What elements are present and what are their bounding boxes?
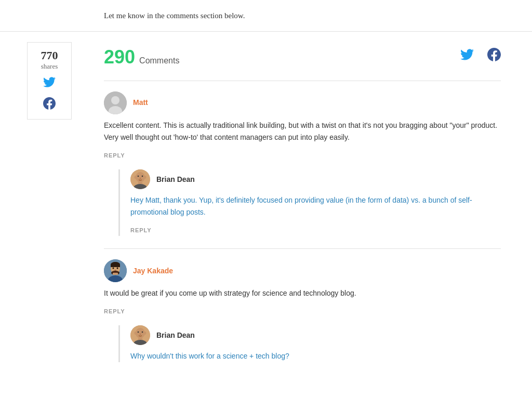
main-layout: 770 shares 290 Comments [0, 32, 532, 385]
matt-reply-link[interactable]: REPLY [104, 152, 125, 158]
comments-header: 290 Comments [104, 42, 501, 72]
comment-matt: Matt Excellent content. This is actually… [104, 91, 501, 236]
brian-reply-matt: Brian Dean Hey Matt, thank you. Yup, it'… [118, 169, 501, 236]
comments-count-block: 290 Comments [104, 42, 179, 72]
brian-dean-avatar-2 [130, 325, 150, 345]
brian-reply-jay: Brian Dean Why wouldn't this work for a … [118, 325, 501, 362]
matt-name: Matt [133, 97, 148, 108]
brian-dean-avatar-1 [130, 169, 150, 189]
svg-point-9 [138, 175, 139, 177]
brian-dean-name-1: Brian Dean [156, 174, 195, 185]
jay-name: Jay Kakade [133, 265, 173, 276]
svg-rect-24 [138, 337, 142, 340]
matt-avatar [104, 91, 127, 114]
header-divider [104, 81, 501, 81]
jay-comment-text: It would be great if you come up with st… [104, 287, 501, 299]
svg-rect-15 [111, 264, 120, 267]
share-sidebar: 770 shares [27, 42, 72, 120]
share-count-number: 770 [41, 49, 58, 62]
brian-reply-text-2: Why wouldn't this work for a science + t… [130, 350, 501, 362]
page-wrapper: Let me know in the comments section belo… [0, 0, 532, 410]
facebook-share-sidebar[interactable] [43, 96, 56, 113]
svg-point-26 [135, 332, 137, 335]
svg-point-23 [136, 328, 145, 338]
share-count-label: shares [41, 62, 58, 71]
brian-reply-text-1: Hey Matt, thank you. Yup, it's definitel… [130, 194, 501, 218]
svg-point-10 [142, 175, 143, 177]
svg-point-30 [140, 334, 141, 335]
svg-point-7 [135, 176, 137, 179]
twitter-share-header[interactable] [459, 45, 475, 69]
brian-reply-link-1[interactable]: REPLY [130, 227, 152, 233]
brian-reply-matt-header: Brian Dean [130, 169, 501, 189]
svg-point-27 [144, 332, 147, 335]
brian-dean-name-2: Brian Dean [156, 329, 195, 341]
top-text: Let me know in the comments section belo… [104, 9, 428, 22]
social-icons-header [459, 44, 501, 70]
comment-matt-header: Matt [104, 91, 501, 114]
matt-comment-text: Excellent content. This is actually trad… [104, 120, 501, 143]
svg-point-28 [138, 332, 139, 333]
svg-point-8 [144, 176, 147, 179]
svg-point-19 [113, 267, 114, 269]
svg-rect-17 [113, 273, 118, 275]
comment-divider-1 [104, 248, 501, 249]
jay-reply-link[interactable]: REPLY [104, 308, 125, 314]
brian-reply-jay-header: Brian Dean [130, 325, 501, 345]
svg-point-29 [142, 332, 143, 333]
share-count-block: 770 shares [41, 49, 58, 71]
comments-label: Comments [139, 54, 179, 68]
jay-avatar [104, 259, 127, 282]
comments-number: 290 [104, 42, 135, 72]
svg-point-4 [136, 172, 145, 182]
comment-jay-header: Jay Kakade [104, 259, 501, 282]
top-text-section: Let me know in the comments section belo… [0, 0, 532, 32]
facebook-share-header[interactable] [487, 44, 501, 70]
svg-point-1 [111, 96, 119, 104]
comment-jay: Jay Kakade It would be great if you come… [104, 259, 501, 362]
content-area: 290 Comments [94, 32, 532, 385]
svg-point-21 [115, 270, 116, 271]
twitter-share-sidebar[interactable] [42, 76, 57, 91]
svg-point-11 [140, 178, 141, 179]
svg-point-20 [117, 267, 118, 269]
svg-rect-5 [138, 181, 142, 184]
